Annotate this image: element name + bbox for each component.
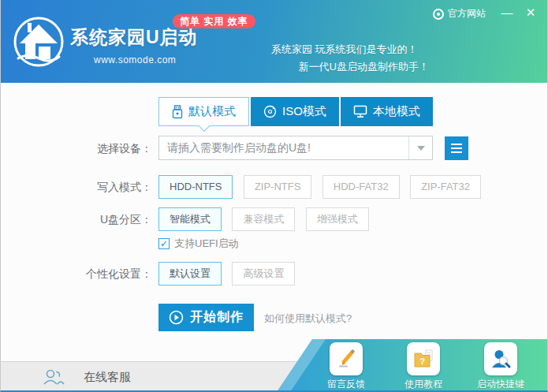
feedback-shortcut[interactable]: 留言反馈	[318, 342, 375, 391]
checkbox-checked-icon[interactable]: ✓	[158, 238, 170, 249]
dropdown-arrow-box[interactable]	[408, 136, 432, 159]
feedback-label: 留言反馈	[318, 378, 375, 391]
footer-shortcut-panel: 留言反馈 ? 使用教程	[277, 339, 548, 392]
header: 系统家园U启动 www.somode.com 简单 实用 效率 系统家园 玩系统…	[1, 0, 547, 83]
official-site-icon	[433, 9, 444, 20]
svg-text:?: ?	[419, 357, 425, 366]
start-button[interactable]: 开始制作	[158, 304, 254, 331]
write-mode-zip-fat32[interactable]: ZIP-FAT32	[410, 175, 481, 199]
minimize-button[interactable]: —	[497, 3, 517, 22]
official-site-label: 官方网站	[448, 7, 486, 21]
device-select-placeholder: 请插入需要制作启动盘的U盘!	[167, 141, 311, 154]
tutorial-label: 使用教程	[395, 378, 452, 391]
write-mode-hdd-ntfs[interactable]: HDD-NTFS	[158, 175, 233, 199]
device-label: 选择设备：	[1, 142, 152, 156]
app-title: 系统家园U启动	[70, 25, 198, 50]
slogan-line1: 系统家园 玩系统我们是专业的！	[271, 41, 429, 58]
feature-badge: 简单 实用 效率	[173, 14, 255, 28]
app-window: 系统家园U启动 www.somode.com 简单 实用 效率 系统家园 玩系统…	[0, 0, 548, 392]
write-mode-hdd-fat32[interactable]: HDD-FAT32	[322, 175, 400, 199]
partition-label: U盘分区：	[1, 213, 152, 227]
mode-tabs: 默认模式 ISO模式 本地模式	[158, 97, 433, 126]
start-button-label: 开始制作	[190, 309, 244, 326]
disc-icon	[263, 105, 277, 118]
tab-iso-mode[interactable]: ISO模式	[251, 97, 339, 126]
usb-drive-icon	[172, 105, 183, 119]
website-url: www.somode.com	[94, 54, 198, 65]
help-link[interactable]: 如何使用默认模式?	[264, 312, 352, 326]
write-mode-options: HDD-NTFS ZIP-NTFS HDD-FAT32 ZIP-FAT32	[158, 175, 488, 199]
chevron-down-icon	[417, 146, 425, 151]
tab-label: 本地模式	[373, 104, 420, 119]
boot-hotkey-shortcut[interactable]: 启动快捷键	[472, 342, 529, 391]
boot-hotkey-label: 启动快捷键	[472, 378, 529, 391]
official-site-link[interactable]: 官方网站	[433, 7, 486, 21]
device-menu-button[interactable]	[445, 136, 468, 160]
personalize-options: 默认设置 高级设置	[158, 262, 302, 286]
tab-label: 默认模式	[188, 104, 236, 119]
tutorial-folder-icon: ?	[407, 342, 440, 375]
personalize-advanced[interactable]: 高级设置	[232, 262, 295, 286]
online-service-label[interactable]: 在线客服	[84, 370, 131, 385]
personalize-default[interactable]: 默认设置	[158, 262, 222, 286]
tab-default-mode[interactable]: 默认模式	[158, 97, 249, 126]
partition-smart-mode[interactable]: 智能模式	[158, 207, 222, 231]
title-block: 系统家园U启动 www.somode.com	[70, 25, 198, 65]
close-button[interactable]: ✕	[520, 3, 541, 22]
hamburger-icon	[451, 144, 462, 145]
slogan: 系统家园 玩系统我们是专业的！ 新一代U盘启动盘制作助手！	[271, 41, 429, 76]
partition-compat-mode[interactable]: 兼容模式	[232, 207, 295, 231]
device-select[interactable]: 请插入需要制作启动盘的U盘!	[158, 136, 433, 160]
tab-label: ISO模式	[282, 104, 326, 119]
tutorial-shortcut[interactable]: ? 使用教程	[395, 342, 452, 391]
app-logo-house-icon	[12, 15, 65, 69]
write-mode-label: 写入模式：	[1, 181, 152, 195]
tab-local-mode[interactable]: 本地模式	[341, 97, 433, 126]
partition-options: 智能模式 兼容模式 增强模式	[158, 207, 376, 231]
personalize-label: 个性化设置：	[1, 267, 152, 282]
slogan-line2: 新一代U盘启动盘制作助手！	[271, 58, 429, 76]
uefi-label: 支持UEFI启动	[174, 237, 239, 251]
monitor-icon	[353, 105, 367, 118]
customer-service-icon	[43, 368, 65, 386]
feedback-pencil-icon	[330, 342, 363, 375]
uefi-checkbox-row[interactable]: ✓ 支持UEFI启动	[158, 237, 239, 251]
partition-enhanced-mode[interactable]: 增强模式	[306, 207, 369, 231]
write-mode-zip-ntfs[interactable]: ZIP-NTFS	[244, 175, 312, 199]
hotkey-search-person-icon	[484, 342, 517, 375]
play-icon	[169, 310, 184, 325]
